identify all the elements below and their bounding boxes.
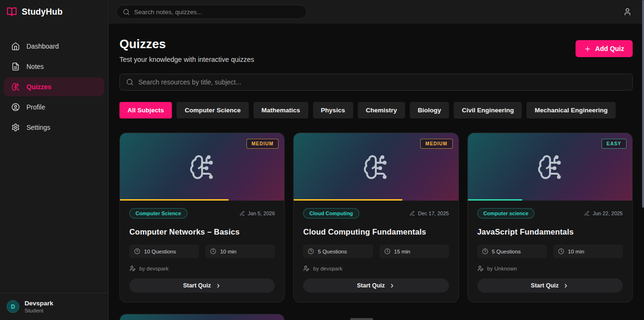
user-name: Devspark bbox=[25, 300, 53, 307]
home-icon bbox=[11, 42, 20, 51]
ui-fragment bbox=[350, 318, 373, 320]
resource-search-bar bbox=[119, 74, 633, 91]
sidebar-item-label: Notes bbox=[26, 63, 44, 70]
quiz-card-body: Computer science Jun 22, 2025 JavaScript… bbox=[468, 201, 632, 302]
quiz-banner: MEDIUM bbox=[294, 133, 458, 201]
difficulty-badge: MEDIUM bbox=[420, 139, 453, 149]
pencil-icon bbox=[239, 211, 245, 216]
filter-physics[interactable]: Physics bbox=[313, 102, 353, 118]
quiz-date: Jan 5, 2026 bbox=[239, 211, 275, 216]
chevron-right-icon bbox=[215, 283, 221, 289]
user-icon bbox=[623, 8, 632, 16]
filter-mathematics[interactable]: Mathematics bbox=[254, 102, 308, 118]
brain-circuit-icon bbox=[537, 154, 563, 180]
subject-tag: Cloud Computing bbox=[303, 208, 359, 219]
subject-filters: All Subjects Computer Science Mathematic… bbox=[119, 102, 633, 118]
duration-stat: 10 min bbox=[553, 244, 623, 258]
add-quiz-button[interactable]: Add Quiz bbox=[576, 40, 633, 57]
global-search-input[interactable] bbox=[134, 8, 300, 16]
start-quiz-button[interactable]: Start Quiz bbox=[303, 278, 449, 293]
book-open-icon bbox=[7, 7, 17, 17]
sidebar-item-notes[interactable]: Notes bbox=[4, 57, 104, 76]
global-search-bar bbox=[116, 5, 307, 19]
difficulty-badge: EASY bbox=[602, 139, 627, 149]
start-quiz-button[interactable]: Start Quiz bbox=[129, 278, 275, 293]
quiz-date: Dec 17, 2025 bbox=[409, 211, 449, 216]
quiz-author: by devspark bbox=[303, 265, 449, 271]
difficulty-bar bbox=[294, 199, 402, 201]
quiz-author: by devspark bbox=[129, 265, 275, 271]
questions-stat: 5 Questions bbox=[477, 244, 547, 258]
app-name: StudyHub bbox=[22, 7, 63, 17]
filter-chemistry[interactable]: Chemistry bbox=[358, 102, 405, 118]
brain-circuit-icon bbox=[363, 154, 389, 180]
pencil-icon bbox=[584, 211, 590, 216]
user-role: Student bbox=[25, 308, 53, 313]
difficulty-badge: MEDIUM bbox=[246, 139, 279, 149]
circle-question-icon bbox=[308, 248, 314, 254]
filter-civil-engineering[interactable]: Civil Engineering bbox=[454, 102, 522, 118]
sidebar-item-label: Profile bbox=[26, 103, 45, 111]
start-quiz-button[interactable]: Start Quiz bbox=[477, 278, 623, 293]
difficulty-bar bbox=[468, 199, 522, 201]
user-pen-icon bbox=[477, 265, 483, 271]
filter-biology[interactable]: Biology bbox=[410, 102, 449, 118]
clock-icon bbox=[384, 248, 390, 254]
quiz-card: EASY Computer science Jun 22, 2025 JavaS… bbox=[467, 133, 633, 303]
chevron-right-icon bbox=[389, 283, 395, 289]
quiz-grid: MEDIUM Computer Science Jan 5, 2026 Comp… bbox=[119, 133, 633, 320]
quiz-card-body: Cloud Computing Dec 17, 2025 Cloud Compu… bbox=[294, 201, 458, 302]
quiz-banner: MEDIUM bbox=[120, 133, 284, 201]
topbar bbox=[109, 0, 644, 24]
questions-stat: 10 Questions bbox=[129, 244, 199, 258]
page-title: Quizzes bbox=[119, 37, 254, 51]
user-circle-icon bbox=[11, 103, 20, 111]
filter-mechanical-engineering[interactable]: Mechanical Engineering bbox=[526, 102, 616, 118]
circle-question-icon bbox=[134, 248, 140, 254]
filter-computer-science[interactable]: Computer Science bbox=[177, 102, 249, 118]
questions-stat: 5 Questions bbox=[303, 244, 373, 258]
chevron-right-icon bbox=[563, 283, 569, 289]
sidebar-nav: Dashboard Notes Quizzes Profile Settings bbox=[0, 37, 108, 137]
subject-tag: Computer science bbox=[477, 208, 534, 219]
main-content: Quizzes Test your knowledge with interac… bbox=[109, 24, 644, 320]
sidebar-item-label: Quizzes bbox=[26, 83, 51, 91]
circle-question-icon bbox=[482, 248, 488, 254]
resource-search-input[interactable] bbox=[138, 78, 626, 86]
clock-icon bbox=[558, 248, 564, 254]
quiz-card: MEDIUM Computer Science Jan 5, 2026 Comp… bbox=[119, 133, 285, 303]
pencil-icon bbox=[409, 211, 415, 216]
page-header: Quizzes Test your knowledge with interac… bbox=[119, 37, 633, 63]
sidebar-user-card[interactable]: D Devspark Student bbox=[0, 293, 108, 320]
plus-icon bbox=[584, 45, 591, 52]
duration-stat: 15 min bbox=[380, 244, 449, 258]
quiz-card-body: Computer Science Jan 5, 2026 Computer Ne… bbox=[120, 201, 284, 302]
sidebar-item-label: Dashboard bbox=[26, 42, 59, 50]
sidebar-item-dashboard[interactable]: Dashboard bbox=[4, 37, 104, 56]
quiz-title: JavaScript Fundamentals bbox=[477, 227, 623, 236]
quiz-title: Cloud Computing Fundamentals bbox=[303, 227, 449, 236]
sidebar-item-quizzes[interactable]: Quizzes bbox=[4, 77, 104, 96]
page-subtitle: Test your knowledge with interactive qui… bbox=[119, 56, 254, 63]
user-pen-icon bbox=[129, 265, 136, 271]
scrollbar-thumb[interactable] bbox=[642, 0, 644, 208]
account-button[interactable] bbox=[621, 6, 634, 18]
quiz-date: Jun 22, 2025 bbox=[584, 211, 623, 216]
difficulty-bar bbox=[120, 199, 229, 201]
search-icon bbox=[126, 78, 134, 86]
subject-tag: Computer Science bbox=[129, 208, 187, 219]
filter-all-subjects[interactable]: All Subjects bbox=[119, 102, 172, 118]
search-icon bbox=[123, 8, 130, 16]
brain-circuit-icon bbox=[11, 83, 20, 91]
sidebar-item-profile[interactable]: Profile bbox=[4, 98, 104, 117]
file-text-icon bbox=[11, 62, 20, 71]
sidebar-item-settings[interactable]: Settings bbox=[4, 118, 104, 137]
quiz-title: Computer Networks – Basics bbox=[129, 227, 275, 236]
clock-icon bbox=[210, 248, 216, 254]
quiz-card: MEDIUM Cloud Computing Dec 17, 2025 Clou… bbox=[293, 133, 458, 303]
duration-stat: 10 min bbox=[205, 244, 275, 258]
avatar: D bbox=[7, 300, 19, 313]
quiz-author: by Unknown bbox=[477, 265, 623, 271]
quiz-card-partial: MEDIUM bbox=[119, 314, 285, 320]
quiz-banner: MEDIUM bbox=[120, 314, 284, 320]
